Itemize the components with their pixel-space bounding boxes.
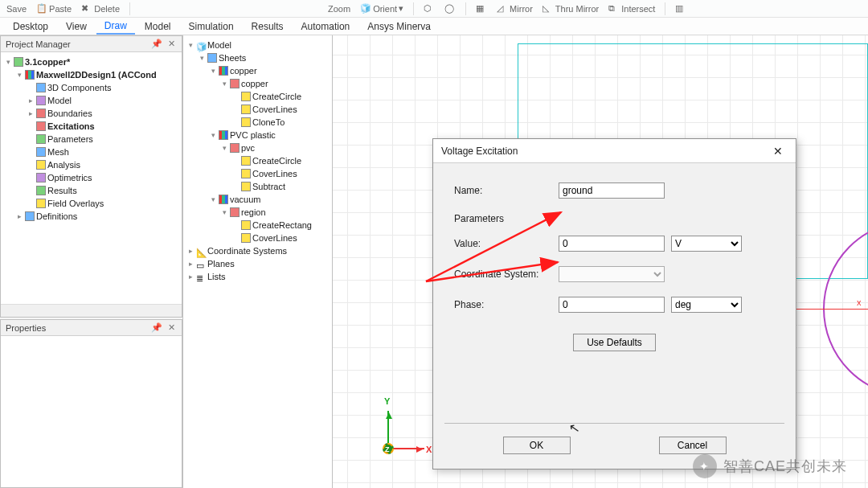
watermark: ✦ 智善CAE共创未来 — [693, 454, 847, 478]
axis-x-label: x — [857, 297, 868, 307]
menu-results[interactable]: Results — [244, 19, 292, 34]
delete-icon: ✖ — [81, 3, 92, 14]
mesh-icon — [36, 147, 46, 157]
pvc-obj-icon — [230, 143, 240, 153]
boundaries-icon — [36, 109, 46, 118]
ribbon-shape1[interactable]: ⬡ — [420, 3, 438, 14]
properties-title: Properties — [6, 323, 46, 333]
close-panel-icon[interactable]: ✕ — [166, 322, 177, 333]
close-panel-icon[interactable]: ✕ — [166, 39, 177, 49]
value-unit-select[interactable]: V — [671, 236, 742, 252]
menu-desktop[interactable]: Desktop — [5, 19, 56, 34]
design-icon — [25, 70, 35, 80]
project-icon — [14, 57, 23, 67]
planes-icon: ▭ — [196, 259, 206, 269]
definitions-icon — [25, 211, 35, 221]
ribbon-shape2[interactable]: ◯ — [441, 3, 459, 14]
scroll-hint[interactable] — [1, 304, 182, 317]
ribbon-misc1[interactable]: ▥ — [672, 3, 690, 14]
close-icon[interactable]: ✕ — [768, 143, 788, 159]
project-manager-panel: Project Manager 📌 ✕ ▾3.1copper* ▾Maxwell… — [0, 35, 182, 318]
ellipse-icon: ◯ — [444, 3, 456, 14]
coord-sys-icon: 📐 — [196, 246, 206, 256]
triad-x-axis — [392, 448, 424, 449]
intersect-icon: ⧉ — [608, 3, 620, 14]
lists-icon: ≣ — [196, 272, 206, 281]
value-input[interactable] — [559, 236, 665, 252]
dialog-titlebar[interactable]: Voltage Excitation ✕ — [433, 139, 796, 163]
menu-model[interactable]: Model — [137, 19, 179, 34]
menu-view[interactable]: View — [58, 19, 95, 34]
use-defaults-button[interactable]: Use Defaults — [573, 334, 656, 351]
triad-x-label: X — [426, 445, 432, 454]
pvc-grp-icon — [219, 130, 228, 140]
properties-panel: Properties 📌 ✕ — [0, 319, 182, 488]
op-icon — [241, 220, 251, 230]
menu-draw[interactable]: Draw — [96, 18, 135, 35]
name-label: Name: — [454, 185, 559, 196]
coord-label: Coordinate System: — [454, 269, 559, 280]
name-input[interactable] — [559, 182, 665, 199]
dialog-title: Voltage Excitation — [441, 146, 518, 157]
excitations-icon — [36, 121, 46, 131]
wechat-icon: ✦ — [693, 454, 717, 478]
ribbon-toolbar: Save 📋Paste ✖Delete Zoom 🧊Orient ▾ ⬡ ◯ ▦… — [0, 0, 868, 18]
vacuum-grp-icon — [219, 195, 228, 204]
ribbon-orient[interactable]: 🧊Orient ▾ — [357, 3, 407, 14]
misc-icon: ▥ — [675, 3, 686, 14]
triad-y-axis — [387, 411, 389, 443]
ok-button[interactable]: OK — [503, 437, 571, 454]
region-obj-icon — [230, 207, 240, 217]
voltage-excitation-dialog: Voltage Excitation ✕ Name: Parameters Va… — [432, 138, 796, 470]
ribbon-mirror[interactable]: ◿Mirror — [493, 3, 536, 14]
paste-icon: 📋 — [36, 3, 47, 14]
ribbon-delete[interactable]: ✖Delete — [78, 3, 123, 14]
components-icon — [36, 83, 46, 92]
thru-mirror-icon: ◺ — [542, 3, 554, 14]
hexagon-icon: ⬡ — [424, 3, 435, 14]
op-icon — [241, 233, 251, 243]
ribbon-paste[interactable]: 📋Paste — [33, 3, 75, 14]
menubar: Desktop View Draw Model Simulation Resul… — [0, 18, 868, 35]
ribbon-grid[interactable]: ▦ — [473, 3, 490, 14]
triad-y-label: Y — [384, 396, 390, 406]
coord-select[interactable] — [559, 266, 665, 282]
op-icon — [241, 92, 251, 101]
menu-automation[interactable]: Automation — [293, 19, 358, 34]
op-icon — [241, 156, 251, 166]
value-label: Value: — [454, 238, 559, 249]
model-tree[interactable]: ▾🧊Model ▾Sheets ▾copper ▾copper CreateCi… — [183, 35, 332, 488]
properties-body — [1, 336, 182, 342]
sheets-icon — [207, 53, 217, 63]
op-icon — [241, 182, 251, 191]
menu-ansys-minerva[interactable]: Ansys Minerva — [359, 19, 439, 34]
optimetrics-icon — [36, 173, 46, 182]
project-manager-title: Project Manager — [6, 39, 71, 49]
model-tree-panel: ▾🧊Model ▾Sheets ▾copper ▾copper CreateCi… — [183, 35, 333, 488]
copper-grp-icon — [219, 66, 228, 76]
analysis-icon — [36, 160, 46, 170]
phase-label: Phase: — [454, 299, 559, 310]
phase-unit-select[interactable]: deg — [671, 297, 742, 313]
ribbon-thru-mirror[interactable]: ◺Thru Mirror — [539, 3, 602, 14]
ribbon-zoom[interactable]: Zoom — [325, 4, 354, 14]
ribbon-save[interactable]: Save — [3, 4, 30, 14]
menu-simulation[interactable]: Simulation — [181, 19, 242, 34]
copper-obj-icon — [230, 79, 240, 88]
model-icon — [36, 96, 46, 105]
op-icon — [241, 117, 251, 127]
grid-icon: ▦ — [476, 3, 487, 14]
mirror-icon: ◿ — [497, 3, 508, 14]
cancel-button[interactable]: Cancel — [659, 437, 727, 454]
axis-triad[interactable]: Y X Z — [354, 401, 426, 474]
orient-icon: 🧊 — [360, 3, 371, 14]
model-root-icon: 🧊 — [196, 40, 206, 50]
pin-icon[interactable]: 📌 — [151, 39, 162, 49]
overlays-icon — [36, 199, 46, 208]
ribbon-intersect[interactable]: ⧉Intersect — [605, 3, 658, 14]
pin-icon[interactable]: 📌 — [151, 322, 162, 333]
triad-z-label: Z — [385, 445, 390, 453]
phase-input[interactable] — [559, 297, 665, 313]
project-tree[interactable]: ▾3.1copper* ▾Maxwell2DDesign1 (ACCond 3D… — [1, 52, 182, 226]
parameters-icon — [36, 134, 46, 144]
